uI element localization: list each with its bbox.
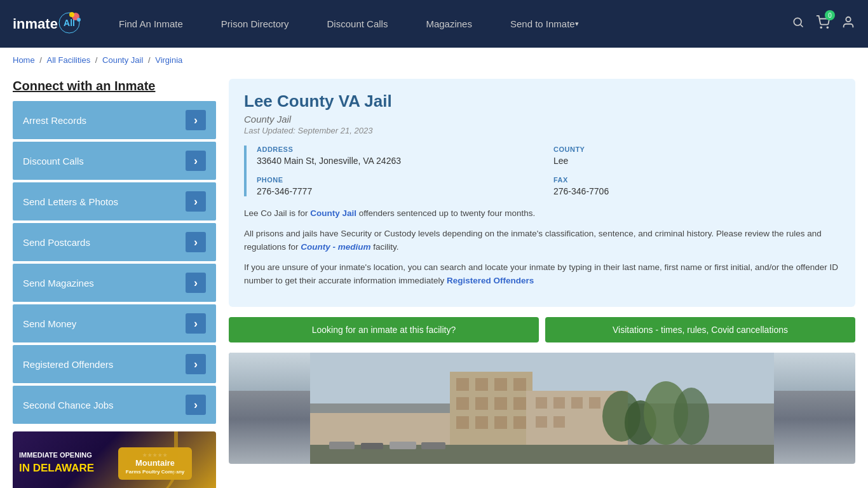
county-medium-link[interactable]: County - medium (301, 242, 370, 252)
content-area: Lee County VA Jail County Jail Last Upda… (229, 79, 855, 464)
registered-offenders-link[interactable]: Registered Offenders (447, 276, 534, 285)
facility-title: Lee County VA Jail (244, 92, 840, 111)
phone-group: PHONE 276-346-7777 (257, 176, 543, 196)
sidebar-item-second-chance-jobs[interactable]: Second Chance Jobs › (13, 386, 216, 424)
breadcrumb-home[interactable]: Home (13, 55, 35, 65)
nav-send-to-inmate[interactable]: Send to Inmate (491, 0, 598, 48)
address-value: 33640 Main St, Jonesville, VA 24263 (257, 156, 543, 166)
svg-rect-21 (494, 397, 507, 410)
svg-rect-32 (536, 416, 547, 428)
breadcrumb-all-facilities[interactable]: All Facilities (47, 55, 91, 65)
desc-paragraph-1: Lee Co Jail is for County Jail offenders… (244, 207, 840, 220)
svg-rect-15 (456, 378, 469, 391)
phone-label: PHONE (257, 176, 543, 184)
sidebar-item-send-postcards[interactable]: Send Postcards › (13, 223, 216, 261)
fax-value: 276-346-7706 (553, 186, 840, 196)
svg-rect-26 (513, 416, 526, 429)
arrow-icon: › (186, 313, 206, 334)
address-label: ADDRESS (257, 146, 543, 153)
logo[interactable]: inmate All (13, 11, 81, 36)
nav-prison-directory[interactable]: Prison Directory (202, 0, 308, 48)
county-group: COUNTY Lee (553, 146, 840, 166)
fax-label: FAX (553, 176, 840, 184)
phone-value: 276-346-7777 (257, 186, 543, 196)
arrow-icon: › (186, 110, 206, 130)
svg-point-9 (846, 17, 850, 22)
facility-card: Lee County VA Jail County Jail Last Upda… (229, 79, 855, 307)
facility-type: County Jail (244, 114, 840, 125)
arrow-icon: › (186, 395, 206, 415)
address-group: ADDRESS 33640 Main St, Jonesville, VA 24… (257, 146, 543, 166)
svg-point-37 (674, 388, 709, 445)
sidebar: Connect with an Inmate Arrest Records › … (13, 79, 216, 488)
breadcrumb-state[interactable]: Virginia (155, 55, 182, 65)
advertisement-banner[interactable]: IMMEDIATE OPENING IN DELAWARE ★★★★★ Moun… (13, 431, 216, 488)
ad-line2: IN DELAWARE (19, 461, 94, 476)
user-icon[interactable] (841, 15, 855, 32)
svg-rect-25 (494, 416, 507, 429)
arrow-icon: › (186, 191, 206, 212)
sidebar-item-label: Discount Calls (23, 156, 84, 166)
breadcrumb: Home / All Facilities / County Jail / Vi… (0, 48, 868, 72)
svg-point-3 (69, 12, 74, 17)
cart-icon[interactable]: 0 (816, 15, 830, 32)
svg-rect-19 (456, 397, 469, 410)
svg-rect-17 (494, 378, 507, 391)
svg-rect-22 (513, 397, 526, 410)
svg-point-7 (820, 27, 822, 28)
logo-icon: All (58, 11, 81, 34)
svg-rect-18 (513, 378, 526, 391)
sidebar-title: Connect with an Inmate (13, 79, 216, 93)
county-value: Lee (553, 156, 840, 166)
visitations-button[interactable]: Visitations - times, rules, Covid cancel… (545, 317, 855, 342)
sidebar-item-label: Send Money (23, 318, 76, 329)
facility-photo (229, 353, 855, 464)
header-icons: 0 (792, 15, 855, 32)
sidebar-menu: Arrest Records › Discount Calls › Send L… (13, 101, 216, 424)
svg-rect-31 (589, 397, 600, 409)
svg-rect-28 (536, 397, 547, 409)
sidebar-item-label: Send Magazines (23, 278, 94, 288)
main-nav: Find An Inmate Prison Directory Discount… (100, 0, 792, 48)
facility-description: Lee Co Jail is for County Jail offenders… (244, 207, 840, 288)
county-label: COUNTY (553, 146, 840, 153)
sidebar-item-label: Send Postcards (23, 237, 90, 248)
county-jail-link[interactable]: County Jail (310, 208, 356, 218)
svg-rect-16 (475, 378, 488, 391)
sidebar-item-send-magazines[interactable]: Send Magazines › (13, 264, 216, 302)
sidebar-item-send-letters-photos[interactable]: Send Letters & Photos › (13, 182, 216, 220)
ad-line1: IMMEDIATE OPENING (19, 451, 94, 460)
sidebar-item-send-money[interactable]: Send Money › (13, 304, 216, 342)
sidebar-item-arrest-records[interactable]: Arrest Records › (13, 101, 216, 139)
ad-arc-decoration (127, 431, 178, 488)
svg-rect-24 (475, 416, 488, 429)
desc-paragraph-2: All prisons and jails have Security or C… (244, 227, 840, 254)
sidebar-item-label: Registered Offenders (23, 359, 113, 370)
main-layout: Connect with an Inmate Arrest Records › … (0, 72, 868, 488)
cart-badge: 0 (825, 10, 835, 20)
desc-paragraph-3: If you are unsure of your inmate's locat… (244, 261, 840, 288)
svg-point-5 (794, 18, 801, 25)
site-header: inmate All Find An Inmate Prison Directo… (0, 0, 868, 48)
nav-discount-calls[interactable]: Discount Calls (308, 0, 407, 48)
svg-point-8 (827, 27, 828, 28)
arrow-icon: › (186, 232, 206, 252)
svg-rect-23 (456, 416, 469, 429)
arrow-icon: › (186, 354, 206, 374)
svg-rect-29 (553, 397, 565, 409)
svg-rect-38 (329, 442, 355, 449)
breadcrumb-county-jail[interactable]: County Jail (102, 55, 143, 65)
nav-find-inmate[interactable]: Find An Inmate (100, 0, 202, 48)
svg-rect-33 (553, 416, 565, 428)
sidebar-item-registered-offenders[interactable]: Registered Offenders › (13, 345, 216, 383)
arrow-icon: › (186, 273, 206, 293)
sidebar-item-label: Send Letters & Photos (23, 196, 118, 207)
nav-magazines[interactable]: Magazines (407, 0, 491, 48)
arrow-icon: › (186, 151, 206, 171)
svg-rect-13 (310, 413, 469, 445)
fax-group: FAX 276-346-7706 (553, 176, 840, 196)
sidebar-item-discount-calls[interactable]: Discount Calls › (13, 142, 216, 180)
search-icon[interactable] (792, 16, 804, 32)
svg-line-6 (801, 25, 803, 27)
find-inmate-button[interactable]: Looking for an inmate at this facility? (229, 317, 539, 342)
